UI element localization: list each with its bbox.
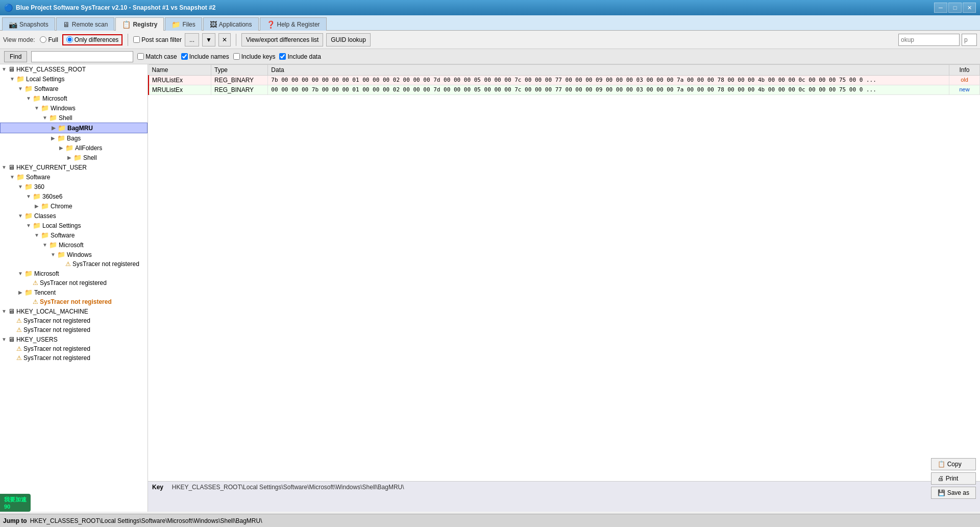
tree-item-shell-1[interactable]: ▼ 📁 Shell (0, 113, 148, 123)
tree-item-microsoft-2[interactable]: ▼ 📁 Microsoft (0, 240, 148, 250)
table-row[interactable]: MRUListEx REG_BINARY 00 00 00 00 7b 00 0… (149, 85, 980, 95)
overlay-text-2: 90 (4, 504, 27, 510)
cell-name: MRUListEx (149, 85, 211, 95)
post-scan-checkbox[interactable] (133, 36, 140, 43)
save-as-button[interactable]: 💾 Save as (931, 487, 976, 499)
tree-item-warning-1[interactable]: ⚠ SysTracer not registered (0, 259, 148, 269)
close-button[interactable]: ✕ (963, 3, 976, 13)
tree-label: AllFolders (75, 145, 102, 152)
include-names-checkbox[interactable] (181, 53, 188, 60)
tree-item-warning-4[interactable]: ⚠ SysTracer not registered (0, 316, 148, 325)
tree-item-windows-1[interactable]: ▼ 📁 Windows (0, 103, 148, 113)
tree-item-bags[interactable]: ▶ 📁 Bags (0, 133, 148, 143)
tree-item-microsoft-3[interactable]: ▼ 📁 Microsoft (0, 269, 148, 278)
include-keys-item[interactable]: Include keys (233, 53, 276, 60)
folder-icon: 🖥 (8, 307, 15, 315)
tree-item-hkey-current-user[interactable]: ▼ 🖥 HKEY_CURRENT_USER (0, 162, 148, 172)
post-scan-filter-item[interactable]: Post scan filter (133, 36, 182, 43)
tree-label: SysTracer not registered (23, 354, 90, 362)
toggle-icon: ▼ (8, 76, 16, 82)
tree-label: Microsoft (42, 95, 67, 102)
include-keys-checkbox[interactable] (233, 53, 240, 60)
tree-label: SysTracer not registered (40, 279, 107, 286)
tree-item-warning-7[interactable]: ⚠ SysTracer not registered (0, 353, 148, 363)
tree-item-360se6[interactable]: ▼ 📁 360se6 (0, 191, 148, 201)
tree-label: Software (51, 232, 75, 239)
tree-item-software-1[interactable]: ▼ 📁 Software (0, 84, 148, 93)
dots-button[interactable]: ... (185, 33, 199, 46)
tree-item-hkey-classes-root[interactable]: ▼ 🖥 HKEY_CLASSES_ROOT (0, 64, 148, 74)
guid-lookup-button[interactable]: GUID lookup (326, 33, 371, 46)
tab-remote-scan[interactable]: 🖥 Remote scan (56, 17, 115, 31)
only-diff-radio[interactable] (66, 36, 73, 43)
tab-snapshots[interactable]: 📷 Snapshots (2, 17, 55, 31)
clear-filter-button[interactable]: ✕ (218, 33, 231, 46)
col-name: Name (149, 65, 211, 76)
toggle-icon: ▼ (0, 66, 8, 72)
table-row[interactable]: MRUListEx REG_BINARY 7b 00 00 00 00 00 0… (149, 76, 980, 85)
tree-item-warning-2[interactable]: ⚠ SysTracer not registered (0, 278, 148, 288)
toggle-icon: ▶ (16, 290, 24, 295)
folder-icon: 📁 (24, 270, 33, 277)
folder-icon: 📁 (24, 85, 33, 92)
copy-button[interactable]: 📋 Copy (931, 458, 976, 470)
tree-item-microsoft-1[interactable]: ▼ 📁 Microsoft (0, 93, 148, 103)
tree-item-local-settings-2[interactable]: ▼ 📁 Local Settings (0, 221, 148, 230)
filter-button[interactable]: ▼ (202, 33, 215, 46)
tree-item-bagmru[interactable]: ▶ 📁 BagMRU (0, 123, 148, 133)
tree-item-chrome[interactable]: ▶ 📁 Chrome (0, 201, 148, 211)
tab-applications[interactable]: 🖼 Applications (203, 17, 259, 31)
tree-label: SysTracer not registered (23, 345, 90, 352)
find-input[interactable] (31, 51, 133, 62)
include-names-item[interactable]: Include names (181, 53, 229, 60)
tree-item-software-3[interactable]: ▼ 📁 Software (0, 230, 148, 240)
include-data-item[interactable]: Include data (279, 53, 321, 60)
tab-help[interactable]: ❓ Help & Register (260, 17, 327, 31)
toggle-icon: ▼ (24, 95, 33, 101)
tree-panel[interactable]: ▼ 🖥 HKEY_CLASSES_ROOT ▼ 📁 Local Settings… (0, 64, 148, 512)
tree-label: Shell (59, 114, 72, 122)
tree-label: Classes (34, 212, 56, 220)
folder-icon: 📁 (16, 75, 24, 83)
tree-item-warning-6[interactable]: ⚠ SysTracer not registered (0, 344, 148, 353)
tab-files[interactable]: 📁 Files (165, 17, 202, 31)
tree-item-hkey-local-machine[interactable]: ▼ 🖥 HKEY_LOCAL_MACHINE (0, 306, 148, 316)
tree-item-shell-2[interactable]: ▶ 📁 Shell (0, 153, 148, 162)
maximize-button[interactable]: □ (948, 3, 962, 13)
tree-item-hkey-users[interactable]: ▼ 🖥 HKEY_USERS (0, 334, 148, 344)
tree-label: HKEY_CLASSES_ROOT (16, 66, 86, 73)
toggle-icon: ▼ (16, 184, 24, 189)
tree-item-software-2[interactable]: ▼ 📁 Software (0, 172, 148, 182)
minimize-button[interactable]: ─ (934, 3, 947, 13)
title-bar: 🔵 Blue Project Software SysTracer v2.10 … (0, 0, 980, 15)
tree-item-allfolders[interactable]: ▶ 📁 AllFolders (0, 143, 148, 153)
cell-info: new (949, 85, 980, 95)
full-radio-item[interactable]: Full (40, 36, 58, 43)
tree-item-local-settings[interactable]: ▼ 📁 Local Settings (0, 74, 148, 84)
only-differences-box: Only differences (62, 34, 123, 45)
view-export-button[interactable]: View/export differences list (241, 33, 323, 46)
tree-item-classes[interactable]: ▼ 📁 Classes (0, 211, 148, 221)
tree-item-windows-2[interactable]: ▼ 📁 Windows (0, 250, 148, 259)
print-button[interactable]: 🖨 Print (931, 472, 976, 485)
include-data-checkbox[interactable] (279, 53, 286, 60)
warning-icon: ⚠ (33, 279, 38, 286)
warning-icon: ⚠ (16, 345, 22, 352)
tree-item-tencent[interactable]: ▶ 📁 Tencent (0, 288, 148, 297)
match-case-item[interactable]: Match case (137, 53, 177, 60)
toggle-icon: ▼ (16, 213, 24, 219)
folder-icon: 📁 (74, 154, 82, 161)
data-table: Name Type Data Info MRUListEx REG_BINARY… (148, 64, 980, 481)
full-radio[interactable] (40, 36, 46, 43)
folder-icon: 📁 (24, 212, 33, 220)
match-case-checkbox[interactable] (137, 53, 144, 60)
tree-item-warning-5[interactable]: ⚠ SysTracer not registered (0, 325, 148, 334)
folder-icon: 🖥 (8, 336, 15, 343)
search-input[interactable] (898, 34, 960, 46)
tree-item-warning-3[interactable]: ⚠ SysTracer not registered (0, 297, 148, 306)
search-input-2[interactable] (962, 34, 977, 46)
find-button[interactable]: Find (4, 51, 27, 62)
tab-registry[interactable]: 📋 Registry (115, 17, 164, 31)
only-diff-radio-item[interactable]: Only differences (66, 36, 119, 43)
tree-item-360[interactable]: ▼ 📁 360 (0, 182, 148, 191)
